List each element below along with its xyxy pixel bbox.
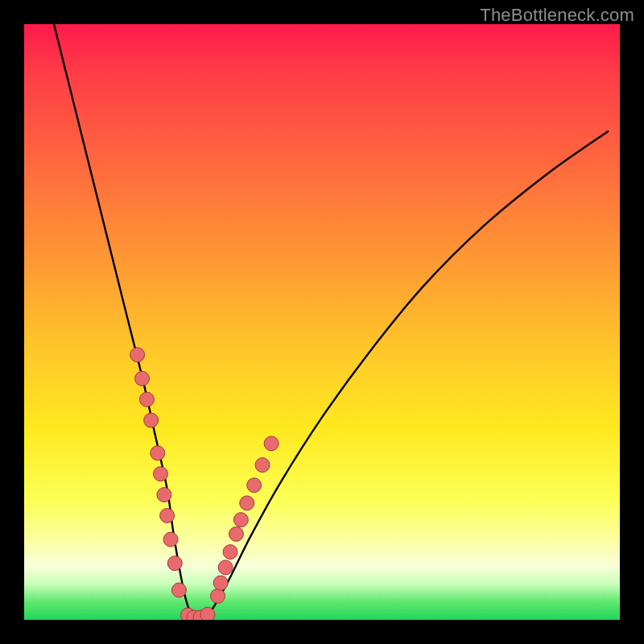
data-marker xyxy=(233,513,248,527)
data-marker xyxy=(229,526,243,541)
chart-svg xyxy=(24,24,620,620)
data-marker xyxy=(167,556,182,571)
marker-layer xyxy=(130,348,279,620)
curve-layer xyxy=(54,24,608,620)
data-marker xyxy=(163,532,178,547)
chart-frame: TheBottleneck.com xyxy=(0,0,644,644)
data-marker xyxy=(139,392,154,407)
data-marker xyxy=(240,496,254,510)
data-marker xyxy=(130,348,145,362)
data-marker xyxy=(157,488,171,502)
data-marker xyxy=(264,436,279,451)
data-marker xyxy=(247,478,262,493)
data-marker xyxy=(160,509,175,523)
data-marker xyxy=(218,560,233,575)
bottleneck-curve xyxy=(54,24,608,620)
data-marker xyxy=(135,371,150,386)
data-marker xyxy=(223,545,237,559)
data-marker xyxy=(200,607,215,620)
data-marker xyxy=(255,458,270,473)
data-marker xyxy=(213,576,228,590)
plot-area xyxy=(24,24,620,620)
data-marker xyxy=(144,413,159,427)
data-marker xyxy=(151,446,165,460)
data-marker xyxy=(211,588,225,603)
watermark-text: TheBottleneck.com xyxy=(480,5,634,26)
data-marker xyxy=(171,583,186,597)
data-marker xyxy=(153,467,167,481)
